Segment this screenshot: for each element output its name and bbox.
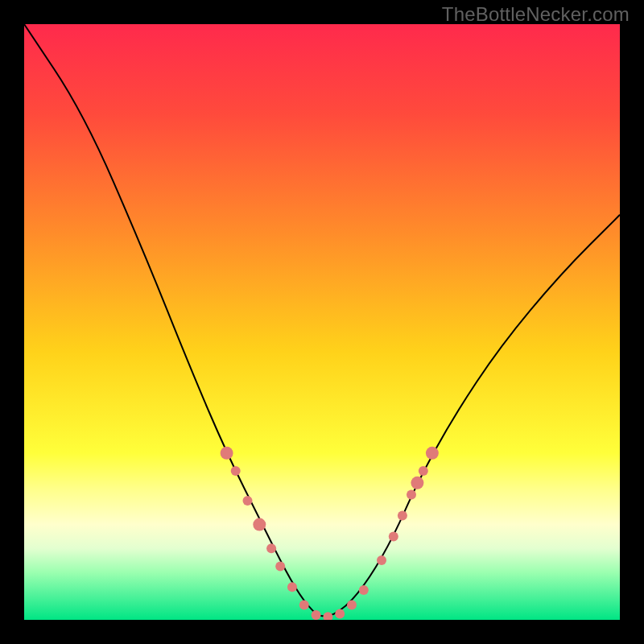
curve-marker xyxy=(266,543,276,553)
curve-marker xyxy=(231,466,241,476)
curve-marker xyxy=(275,561,285,571)
watermark-text: TheBottleNecker.com xyxy=(442,3,630,26)
curve-marker xyxy=(287,582,297,592)
curve-marker xyxy=(398,511,407,521)
curve-marker xyxy=(389,531,398,541)
curve-marker xyxy=(419,466,428,476)
curve-marker xyxy=(377,555,386,565)
chart-background xyxy=(24,24,620,620)
curve-marker xyxy=(253,518,266,531)
curve-marker xyxy=(347,601,357,610)
curve-marker xyxy=(335,609,345,619)
curve-marker xyxy=(359,585,369,595)
bottleneck-chart xyxy=(24,24,620,620)
curve-marker xyxy=(299,601,309,610)
curve-marker xyxy=(411,477,423,489)
curve-marker xyxy=(426,447,439,460)
curve-marker xyxy=(407,490,416,500)
curve-marker xyxy=(243,496,253,506)
curve-marker xyxy=(312,610,321,620)
curve-marker xyxy=(221,447,233,460)
chart-frame: TheBottleNecker.com xyxy=(0,0,644,644)
